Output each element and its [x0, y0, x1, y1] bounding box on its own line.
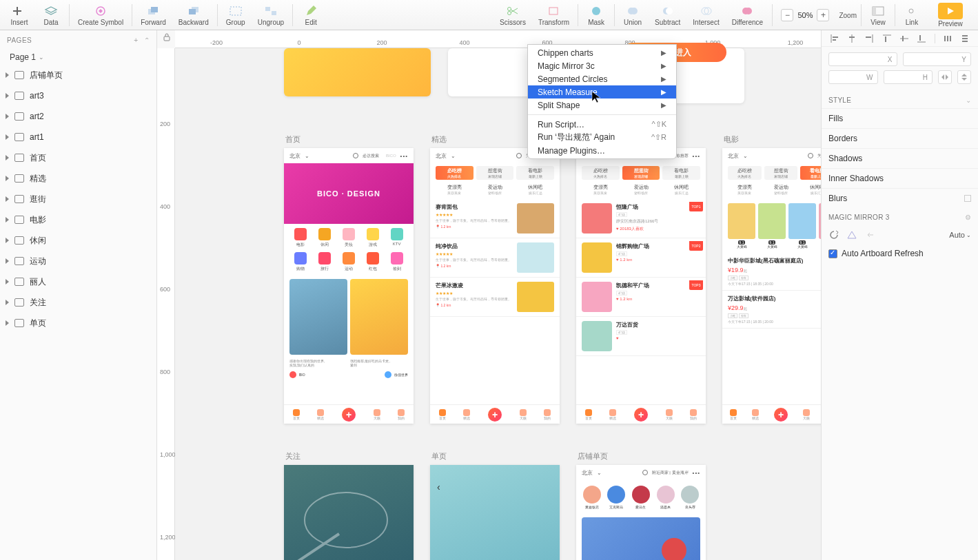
layer-item[interactable]: 店铺单页	[0, 65, 156, 85]
svg-rect-31	[849, 37, 855, 38]
borders-row[interactable]: Borders	[822, 128, 978, 148]
x-field[interactable]: X	[828, 52, 897, 66]
distribute-v-icon[interactable]	[960, 34, 970, 43]
edit-button[interactable]: Edit	[296, 1, 326, 29]
ungroup-button[interactable]: Ungroup	[252, 1, 289, 29]
backward-button[interactable]: Backward	[173, 1, 214, 29]
subtract-button[interactable]: Subtract	[649, 1, 686, 29]
align-bottom-icon[interactable]	[917, 34, 926, 43]
artboard-featured[interactable]: 北京⌄为你推荐••• 必吃榜火热排名想逛街发现店铺看电影最新上映 变漂亮美容美发…	[430, 148, 560, 424]
layer-item[interactable]: art2	[0, 106, 156, 127]
auto-select[interactable]: Auto⌄	[949, 231, 971, 239]
canvas-area[interactable]: -20002004006008001,0001,200 200400600800…	[157, 30, 821, 560]
artboard-label[interactable]: 单页	[431, 451, 447, 462]
menu-item[interactable]: Run ‘导出规范’ Again^⇧R	[528, 131, 676, 144]
h-field[interactable]: H	[884, 70, 933, 84]
zoom-in-button[interactable]: +	[817, 9, 829, 21]
group-button[interactable]: Group	[221, 1, 251, 29]
menu-item[interactable]: Segmented Circles▶	[528, 72, 676, 85]
artboard-single[interactable]: ‹	[430, 465, 560, 560]
svg-rect-4	[151, 7, 158, 12]
back-icon[interactable]: ‹	[437, 481, 440, 492]
zoom-out-button[interactable]: −	[781, 9, 793, 21]
play-icon	[946, 7, 955, 15]
layer-item[interactable]: 关注	[0, 292, 156, 313]
menu-item[interactable]: Magic Mirror 3c▶	[528, 59, 676, 72]
gear-icon[interactable]: ⚙	[965, 214, 971, 221]
view-button[interactable]: View	[863, 1, 893, 29]
layer-item[interactable]: 首页	[0, 147, 156, 168]
flip-v-icon[interactable]	[957, 70, 971, 84]
union-icon	[627, 6, 638, 16]
search-icon	[642, 470, 648, 475]
refresh-icon[interactable]	[828, 229, 839, 240]
svg-rect-1	[13, 10, 21, 12]
link-button[interactable]: Link	[897, 1, 927, 29]
add-page-icon[interactable]: +	[134, 37, 138, 44]
layer-item[interactable]: 运动	[0, 251, 156, 271]
toolbar: Insert Data Create Symbol Forward Backwa…	[0, 0, 978, 30]
inner-shadows-row[interactable]: Inner Shadows	[822, 168, 978, 188]
scissors-button[interactable]: Scissors	[494, 1, 531, 29]
align-left-icon[interactable]	[830, 34, 839, 43]
fills-row[interactable]: Fills	[822, 108, 978, 128]
w-field[interactable]: W	[828, 70, 878, 84]
layer-item[interactable]: 逛街	[0, 189, 156, 209]
svg-point-10	[507, 8, 511, 11]
undo-icon[interactable]	[864, 229, 875, 240]
layer-item[interactable]: art1	[0, 127, 156, 147]
artboard-label[interactable]: 店铺单页	[578, 451, 608, 462]
lock-icon[interactable]	[163, 33, 172, 43]
create-symbol-button[interactable]: Create Symbol	[72, 1, 129, 29]
align-top-icon[interactable]	[882, 34, 892, 43]
more-icon: •••	[400, 153, 408, 159]
difference-button[interactable]: Difference	[726, 1, 768, 29]
artboard-shop[interactable]: 北京⌄附近商家 | 黄金海岸••• 黄鑫饭店 艾克斯马 爱马生 温思木 良头存	[576, 465, 706, 560]
menu-item[interactable]: Split Shape▶	[528, 98, 676, 112]
preview-button[interactable]: Preview	[927, 1, 974, 29]
plus-icon	[12, 6, 27, 17]
svg-rect-7	[230, 7, 241, 15]
artboard-movie[interactable]: 北京⌄为你推荐 必吃榜火热排名想逛街发现店铺看电影最新上映 变漂亮美容美发爱运动…	[722, 148, 821, 424]
mask-button[interactable]: Mask	[581, 1, 611, 29]
svg-rect-40	[944, 36, 946, 41]
layer-item[interactable]: art3	[0, 85, 156, 106]
distribute-h-icon[interactable]	[943, 34, 952, 43]
layer-item[interactable]: 精选	[0, 168, 156, 189]
layer-item[interactable]: 单页	[0, 313, 156, 333]
flip-h-icon[interactable]	[938, 70, 952, 84]
menu-item[interactable]: Chippen charts▶	[528, 46, 676, 59]
artboard-label[interactable]: 电影	[724, 134, 739, 145]
y-field[interactable]: Y	[903, 52, 972, 66]
mirror-icon[interactable]	[846, 229, 857, 240]
layer-item[interactable]: 休闲	[0, 230, 156, 251]
insert-button[interactable]: Insert	[4, 1, 34, 29]
artboard-focus[interactable]: 张小碗儿 想趣街, 想吃饭, 看电影, 变漂亮, 爱运动	[284, 465, 414, 560]
union-button[interactable]: Union	[618, 1, 648, 29]
artboard-label[interactable]: 首页	[285, 134, 300, 145]
intersect-button[interactable]: Intersect	[687, 1, 724, 29]
auto-refresh-checkbox[interactable]: Auto Artboard Refresh	[822, 245, 978, 262]
forward-button[interactable]: Forward	[135, 1, 172, 29]
layer-item[interactable]: 丽人	[0, 271, 156, 292]
blurs-row[interactable]: Blurs	[822, 188, 978, 208]
data-button[interactable]: Data	[36, 1, 66, 29]
menu-item[interactable]: Sketch Measure▶	[528, 85, 676, 98]
shadows-row[interactable]: Shadows	[822, 148, 978, 168]
align-right-icon[interactable]	[864, 34, 874, 43]
page-current[interactable]: Page 1⌄	[0, 50, 156, 65]
align-vcenter-icon[interactable]	[899, 34, 909, 43]
canvas[interactable]: City. 点击进入 首页 精选 逛街 电影 关注 单页 店铺单页 北京⌄必达搜…	[175, 48, 821, 560]
svg-point-17	[666, 8, 673, 14]
layer-item[interactable]: 电影	[0, 209, 156, 230]
align-hcenter-icon[interactable]	[847, 34, 857, 43]
symbol-icon	[94, 6, 107, 17]
artboard-street[interactable]: 北京⌄为你推荐••• 必吃榜火热排名想逛街发现店铺看电影最新上映 变漂亮美容美发…	[576, 148, 706, 424]
transform-button[interactable]: Transform	[533, 1, 575, 29]
svg-point-13	[592, 7, 600, 15]
menu-item[interactable]: Manage Plugins…	[528, 144, 676, 157]
artboard-label[interactable]: 关注	[285, 451, 300, 462]
menu-item[interactable]: Run Script…^⇧K	[528, 118, 676, 131]
artboard-home[interactable]: 北京⌄必达搜索BICO••• BICO · DESIGN 电影休闲美妆游戏KTV…	[284, 148, 414, 424]
collapse-icon[interactable]: ⌃	[144, 37, 150, 44]
